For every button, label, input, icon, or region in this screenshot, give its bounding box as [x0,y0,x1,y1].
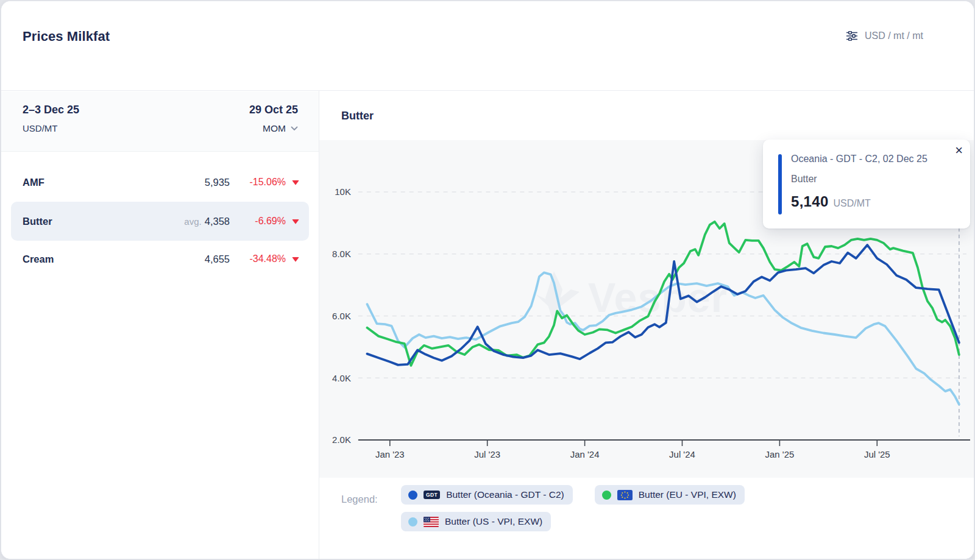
unit-selector-label: USD / mt / mt [865,30,923,41]
product-row-cream[interactable]: Cream 4,655 -34.48% [11,240,309,278]
svg-text:Jul '23: Jul '23 [474,449,500,459]
product-change: -6.69% [255,216,286,227]
period-label: 2–3 Dec 25 [23,104,79,116]
svg-text:10K: 10K [335,186,351,197]
triangle-down-icon [292,219,299,224]
legend-item-eu[interactable]: Butter (EU - VPI, EXW) [595,485,745,505]
sidebar: 2–3 Dec 25 USD/MT 29 Oct 25 MOM AMF 5,93… [1,91,319,559]
tooltip-product: Butter [791,174,817,185]
tooltip-series-label: Oceania - GDT - C2, 02 Dec 25 [791,154,927,165]
product-value: 4,655 [205,253,230,264]
legend-item-oceania[interactable]: GDT Butter (Oceania - GDT - C2) [401,485,573,505]
legend-pills: GDT Butter (Oceania - GDT - C2) [401,485,828,531]
svg-text:Jan '23: Jan '23 [375,449,405,459]
chevron-down-icon [291,126,298,131]
svg-text:Jul '24: Jul '24 [669,449,695,459]
legend-item-us[interactable]: Butter (US - VPI, EXW) [401,512,551,531]
tooltip-value: 5,140 [791,193,829,210]
sliders-icon [846,31,858,41]
mom-dropdown[interactable]: MOM [263,123,298,134]
series-color-dot [408,517,417,526]
product-row-amf[interactable]: AMF 5,935 -15.06% [11,163,309,201]
page-title: Prices Milkfat [23,29,110,44]
svg-text:8.0K: 8.0K [332,249,351,259]
product-value: 4,358 [205,216,230,227]
svg-text:4.0K: 4.0K [332,373,351,383]
period-unit-label: USD/MT [23,123,58,133]
triangle-down-icon [292,257,299,262]
legend-label: Legend: [341,494,378,505]
tooltip-accent-bar [778,154,782,214]
eu-flag-icon [617,490,633,500]
product-row-butter[interactable]: Butter avg.4,358 -6.69% [11,202,309,241]
product-label: AMF [23,177,44,188]
app-card: Prices Milkfat USD / mt / mt 2–3 Dec 25 … [1,1,974,559]
avg-prefix: avg. [184,216,201,227]
unit-selector[interactable]: USD / mt / mt [846,30,923,41]
product-value: 5,935 [205,177,230,188]
mom-dropdown-value: MOM [263,123,286,134]
legend: Legend: GDT Butter (Oceania - GDT - C2) [319,478,974,559]
product-label: Cream [23,253,54,265]
svg-text:6.0K: 6.0K [332,311,351,321]
us-flag-icon [424,517,439,527]
series-color-dot [602,491,611,500]
period-header: 2–3 Dec 25 USD/MT 29 Oct 25 MOM [1,91,319,152]
triangle-down-icon [292,180,299,185]
compare-date-label: 29 Oct 25 [249,104,298,116]
product-change: -34.48% [249,253,286,264]
chart-panel: Butter Vesper 10K8.0K6.0K4.0K2.0KJan '23… [319,91,974,559]
chart-title: Butter [341,91,374,140]
svg-text:Jan '25: Jan '25 [765,449,795,459]
close-icon[interactable]: × [955,142,963,160]
svg-text:2.0K: 2.0K [332,434,351,445]
svg-text:Jul '25: Jul '25 [864,449,890,459]
gdt-badge: GDT [424,491,440,500]
svg-text:Jan '24: Jan '24 [570,449,600,459]
product-change: -15.06% [249,177,286,188]
series-color-dot [408,491,417,500]
page-header: Prices Milkfat USD / mt / mt [1,1,974,91]
tooltip-unit: USD/MT [834,198,871,208]
chart-tooltip: × Oceania - GDT - C2, 02 Dec 25 Butter 5… [763,140,970,229]
product-label: Butter [23,216,52,227]
